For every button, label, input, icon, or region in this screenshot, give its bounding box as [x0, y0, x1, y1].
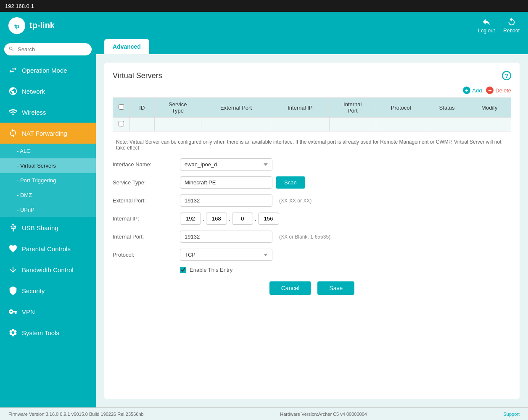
- globe-icon: [8, 87, 18, 96]
- internal-ip-row: Internal IP: . . .: [113, 213, 511, 225]
- sidebar: Operation Mode Network Wireless NAT Forw…: [0, 39, 96, 407]
- internal-port-input[interactable]: [180, 231, 272, 243]
- protocol-row: Protocol: TCP UDP ALL: [113, 249, 511, 261]
- sidebar-item-system-tools[interactable]: System Tools: [0, 322, 96, 343]
- sidebar-item-usb-sharing[interactable]: USB Sharing: [0, 217, 96, 238]
- enable-entry-label: Enable This Entry: [190, 267, 232, 273]
- external-port-row: External Port: (XX-XX or XX): [113, 194, 511, 207]
- sidebar-item-label: Wireless: [22, 109, 46, 116]
- top-bar: 192.168.0.1: [0, 0, 528, 12]
- table-header-id: ID: [130, 98, 155, 118]
- enable-entry-control: Enable This Entry: [180, 267, 232, 273]
- enable-checkbox-row: Enable This Entry: [180, 267, 232, 273]
- sidebar-item-label: VPN: [22, 308, 35, 315]
- key-icon: [8, 307, 18, 316]
- external-port-control: (XX-XX or XX): [180, 194, 312, 207]
- save-button[interactable]: Save: [317, 281, 354, 295]
- form-section: Interface Name: ewan_ipoe_d Service Type…: [113, 158, 511, 295]
- delete-icon: −: [486, 87, 494, 94]
- main-layout: Operation Mode Network Wireless NAT Forw…: [0, 39, 528, 407]
- panel-title: Virtual Servers: [113, 71, 162, 80]
- table-cell-internal-ip: --: [271, 118, 330, 131]
- external-port-input[interactable]: [180, 194, 272, 207]
- search-input[interactable]: [4, 43, 92, 55]
- protocol-select[interactable]: TCP UDP ALL: [180, 249, 272, 261]
- sidebar-sub-virtual-servers[interactable]: - Virtual Servers: [0, 158, 96, 173]
- table-cell-service-type: --: [154, 118, 201, 131]
- search-icon: [8, 46, 14, 53]
- ip-dot-1: .: [203, 215, 204, 222]
- sidebar-item-security[interactable]: Security: [0, 280, 96, 301]
- table-cell-external-port: --: [201, 118, 271, 131]
- sidebar-item-nat-forwarding[interactable]: NAT Forwarding: [0, 123, 96, 144]
- sidebar-item-network[interactable]: Network: [0, 81, 96, 102]
- panel-header: Virtual Servers ?: [113, 71, 511, 80]
- sidebar-item-wireless[interactable]: Wireless: [0, 102, 96, 123]
- table-cell-internal-port: --: [329, 118, 376, 131]
- sidebar-item-label: Security: [22, 287, 45, 294]
- scan-button[interactable]: Scan: [276, 176, 305, 189]
- sidebar-sub-dmz[interactable]: - DMZ: [0, 188, 96, 202]
- search-box[interactable]: [4, 43, 92, 55]
- ip-octet-4[interactable]: [258, 213, 279, 225]
- protocol-label: Protocol:: [113, 252, 180, 258]
- tab-advanced[interactable]: Advanced: [104, 39, 149, 54]
- firmware-version: Firmware Version:3.16.0 0.9.1 v6015.0 Bu…: [8, 412, 144, 417]
- ip-octet-2[interactable]: [206, 213, 227, 225]
- table-header-service-type: ServiceType: [154, 98, 201, 118]
- service-type-label: Service Type:: [113, 179, 180, 186]
- select-all-checkbox[interactable]: [119, 104, 124, 110]
- ip-octet-1[interactable]: [180, 213, 201, 225]
- sidebar-item-label: NAT Forwarding: [22, 130, 67, 137]
- cancel-button[interactable]: Cancel: [269, 281, 312, 295]
- reboot-button[interactable]: Reboot: [503, 17, 520, 34]
- arrows-circle-icon: [8, 129, 18, 138]
- heart-icon: [8, 244, 18, 253]
- hardware-version: Hardware Version:Archer C5 v4 00000004: [280, 412, 367, 417]
- usb-icon: [8, 223, 18, 232]
- sidebar-item-label: Network: [22, 88, 45, 95]
- service-type-input[interactable]: [180, 176, 272, 189]
- row-checkbox[interactable]: [119, 121, 124, 126]
- add-button[interactable]: + Add: [463, 87, 482, 94]
- ip-inputs: . . .: [180, 213, 279, 225]
- wifi-icon: [8, 108, 18, 117]
- table-cell-modify: --: [468, 118, 511, 131]
- sidebar-sub-menu: - ALG - Virtual Servers - Port Triggerin…: [0, 144, 96, 217]
- sidebar-item-parental-controls[interactable]: Parental Controls: [0, 238, 96, 259]
- enable-entry-checkbox[interactable]: [180, 267, 186, 273]
- sidebar-item-vpn[interactable]: VPN: [0, 301, 96, 322]
- arrows-icon: [8, 66, 18, 75]
- sidebar-sub-upnp[interactable]: - UPnP: [0, 202, 96, 217]
- svg-text:tp: tp: [14, 23, 19, 29]
- internal-ip-control: . . .: [180, 213, 279, 225]
- sidebar-item-label: Bandwidth Control: [22, 266, 74, 273]
- logo-text: tp-link: [29, 21, 55, 30]
- sidebar-item-operation-mode[interactable]: Operation Mode: [0, 60, 96, 81]
- table-header-internal-ip: Internal IP: [271, 98, 330, 118]
- support-link[interactable]: Support: [503, 412, 520, 417]
- logo-icon: tp: [8, 17, 25, 34]
- interface-name-select[interactable]: ewan_ipoe_d: [180, 158, 272, 171]
- sidebar-item-label: Operation Mode: [22, 67, 67, 74]
- sidebar-item-label: Parental Controls: [22, 245, 71, 252]
- logout-button[interactable]: Log out: [478, 17, 495, 34]
- panel: Virtual Servers ? + Add − Delete: [104, 63, 520, 399]
- table-header-status: Status: [426, 98, 468, 118]
- table-header-checkbox: [113, 98, 130, 118]
- table-header-protocol: Protocol: [376, 98, 426, 118]
- sidebar-sub-alg[interactable]: - ALG: [0, 144, 96, 158]
- sidebar-sub-port-triggering[interactable]: - Port Triggering: [0, 173, 96, 188]
- delete-button[interactable]: − Delete: [486, 87, 511, 94]
- tab-bar: Advanced: [96, 39, 528, 54]
- interface-name-label: Interface Name:: [113, 161, 180, 168]
- sidebar-item-label: USB Sharing: [22, 224, 58, 231]
- ip-octet-3[interactable]: [232, 213, 253, 225]
- service-type-row: Service Type: Scan: [113, 176, 511, 189]
- sidebar-item-bandwidth-control[interactable]: Bandwidth Control: [0, 259, 96, 280]
- enable-entry-row: Enable This Entry: [113, 267, 511, 273]
- table-header-modify: Modify: [468, 98, 511, 118]
- help-icon[interactable]: ?: [502, 71, 511, 80]
- updown-icon: [8, 265, 18, 274]
- table-cell-checkbox: [113, 118, 130, 131]
